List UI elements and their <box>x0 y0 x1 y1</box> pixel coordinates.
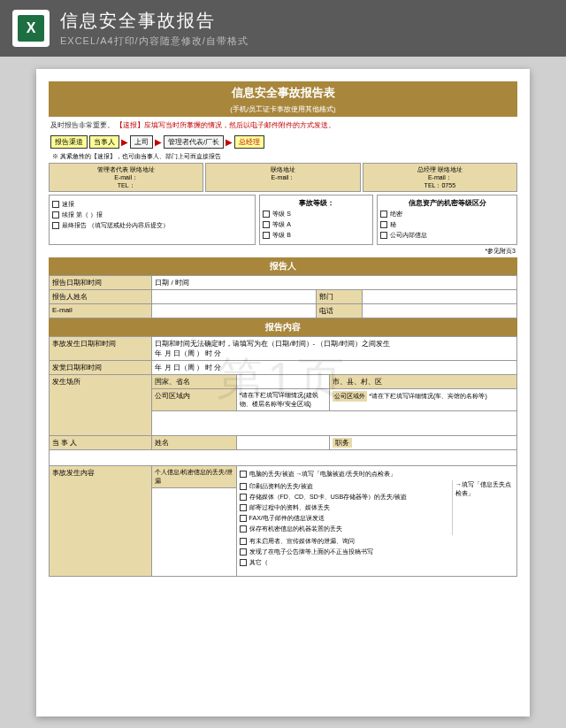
check-7[interactable]: 发现了在电子公告牌等上面的不正当投稿书写 <box>240 548 514 556</box>
check-2[interactable]: 存储媒体（FD、CD、SD卡、USB存储器等）的丢失/被盗 <box>240 493 452 502</box>
check-3[interactable]: 邮寄过程中的资料、媒体丢失 <box>240 503 452 512</box>
document-page: 第1页 信息安全事故报告表 (手机/员工证卡事故使用其他格式) 及时报告非常重要… <box>36 69 530 717</box>
grade-a[interactable]: 等级 A <box>263 220 370 229</box>
asset-box: 信息资产的机密等级区分 绝密 秘 公司内部信息 <box>377 195 517 245</box>
page-title: 信息安全事故报告 <box>60 9 249 33</box>
arrow-icon: ▶ <box>155 137 162 147</box>
intro-text: 及时报告非常重要。 【速报】应填写当时所掌握的情况，然后以电子邮件附件的方式发送… <box>49 117 517 134</box>
form-subtitle: (手机/员工证卡事故使用其他格式) <box>49 104 517 117</box>
arrow-icon: ▶ <box>121 137 128 147</box>
check-0[interactable]: 电脑的丢失/被盗 →填写「电脑被盗/丢失时的点检表」 <box>240 470 514 479</box>
form-title: 信息安全事故报告表 <box>49 81 517 104</box>
section-content: 报告内容 <box>49 318 517 336</box>
check-1[interactable]: 印刷品资料的丢失/被盗 <box>240 482 452 491</box>
contact-0: 管理者代表 联络地址 E-mail： TEL： <box>49 163 203 192</box>
reporter-table: 报告日期和时间日期 / 时间 报告人姓名部门 E-mail电话 <box>49 275 517 318</box>
type-2[interactable]: 最终报告 （填写惩戒处分内容后提交） <box>52 221 252 230</box>
check-5[interactable]: 保存有机密信息的机器装置的丢失 <box>240 525 452 533</box>
grade-b[interactable]: 等级 B <box>263 231 370 240</box>
check-side-note: →填写「信息丢失点检表」 <box>452 480 514 535</box>
grade-s[interactable]: 等级 S <box>263 210 370 218</box>
app-header: 信息安全事故报告 EXCEL/A4打印/内容随意修改/自带格式 <box>0 0 566 57</box>
contact-row: 管理者代表 联络地址 E-mail： TEL： 联络地址 E-mail： 总经理… <box>49 163 517 192</box>
excel-icon <box>12 10 50 47</box>
type-grade-row: 速报 续报 第（ ）报 最终报告 （填写惩戒处分内容后提交） 事故等级： 等级 … <box>49 195 517 245</box>
type-1[interactable]: 续报 第（ ）报 <box>52 211 252 219</box>
flow-step-1: 上司 <box>130 135 153 149</box>
report-type-box: 速报 续报 第（ ）报 最终报告 （填写惩戒处分内容后提交） <box>49 195 256 245</box>
contact-2: 总经理 联络地址 E-mail： TEL：0755 <box>363 163 517 192</box>
header-text: 信息安全事故报告 EXCEL/A4打印/内容随意修改/自带格式 <box>60 9 249 48</box>
ref-note: *参见附页3 <box>49 245 517 257</box>
asset-0[interactable]: 绝密 <box>380 210 514 218</box>
section-reporter: 报告人 <box>49 257 517 275</box>
emergency-note: ※ 其紧急性的【速报】，也可由当事人、部门上司而直接报告 <box>49 150 517 163</box>
flow-label: 报告渠道 <box>50 135 88 149</box>
asset-2[interactable]: 公司内部信息 <box>380 231 514 240</box>
page-subtitle: EXCEL/A4打印/内容随意修改/自带格式 <box>60 34 249 48</box>
check-6[interactable]: 有未启用者、宣传媒体等的泄漏、询问 <box>240 537 514 546</box>
check-4[interactable]: FAX/电子邮件的信息误发送 <box>240 514 452 523</box>
contact-1: 联络地址 E-mail： <box>205 163 360 192</box>
flow-step-3: 总经理 <box>234 135 264 149</box>
grade-box: 事故等级： 等级 S 等级 A 等级 B <box>259 195 373 245</box>
flow-step-0: 当事人 <box>89 135 119 149</box>
flow-step-2: 管理者代表/厂长 <box>164 135 224 149</box>
type-0[interactable]: 速报 <box>52 200 252 209</box>
check-8[interactable]: 其它（ <box>240 558 514 567</box>
content-table: 事故发生日期和时间日期和时间无法确定时，请填写为在（日期/时间）- （日期/时间… <box>49 336 517 577</box>
report-flow: 报告渠道 当事人 ▶ 上司 ▶ 管理者代表/厂长 ▶ 总经理 <box>49 134 517 150</box>
arrow-icon: ▶ <box>226 137 233 147</box>
asset-1[interactable]: 秘 <box>380 220 514 229</box>
